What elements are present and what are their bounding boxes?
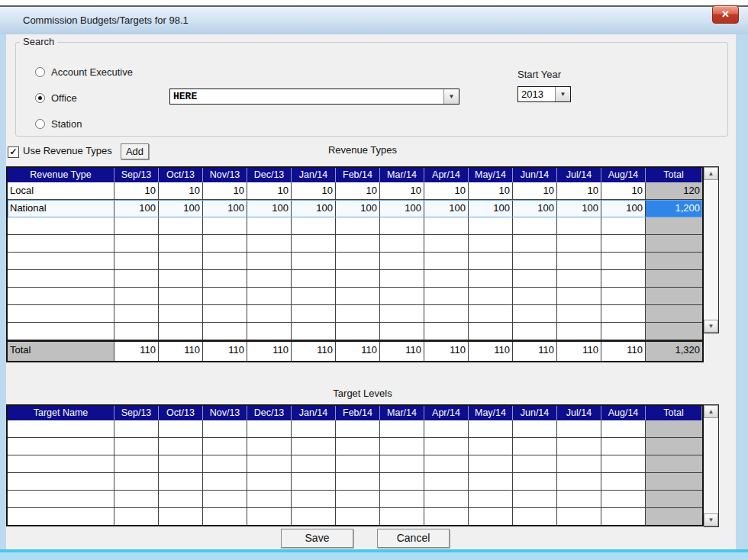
value-cell[interactable] bbox=[336, 270, 380, 287]
row-name-cell[interactable]: National bbox=[8, 200, 114, 217]
value-cell[interactable] bbox=[159, 420, 203, 437]
value-cell[interactable] bbox=[469, 323, 513, 340]
value-cell[interactable] bbox=[469, 270, 513, 287]
value-cell[interactable]: 10 bbox=[424, 182, 469, 199]
value-cell[interactable] bbox=[469, 253, 513, 269]
value-cell[interactable] bbox=[247, 455, 292, 472]
value-cell[interactable] bbox=[292, 438, 336, 455]
row-name-cell[interactable] bbox=[8, 491, 114, 507]
row-total-cell[interactable]: 1,200 bbox=[646, 200, 702, 217]
value-cell[interactable]: 10 bbox=[159, 182, 203, 199]
value-cell[interactable] bbox=[159, 253, 203, 269]
value-cell[interactable] bbox=[203, 235, 247, 252]
value-cell[interactable] bbox=[380, 438, 424, 455]
row-name-cell[interactable] bbox=[8, 270, 114, 287]
value-cell[interactable] bbox=[424, 508, 469, 525]
value-cell[interactable] bbox=[114, 288, 159, 304]
value-cell[interactable] bbox=[336, 473, 380, 490]
empty-row[interactable] bbox=[8, 253, 702, 270]
value-cell[interactable] bbox=[336, 508, 380, 525]
value-cell[interactable] bbox=[601, 235, 646, 252]
scroll-down-button[interactable]: ▼ bbox=[704, 320, 718, 333]
value-cell[interactable] bbox=[424, 473, 469, 490]
value-cell[interactable]: 10 bbox=[557, 182, 601, 199]
value-cell[interactable] bbox=[292, 473, 336, 490]
value-cell[interactable] bbox=[203, 217, 247, 234]
value-cell[interactable]: 100 bbox=[203, 200, 247, 217]
value-cell[interactable] bbox=[380, 420, 424, 437]
value-cell[interactable] bbox=[380, 491, 424, 507]
value-cell[interactable]: 10 bbox=[380, 182, 424, 199]
scroll-down-button[interactable]: ▼ bbox=[704, 513, 718, 526]
value-cell[interactable] bbox=[601, 473, 646, 490]
dropdown-button[interactable]: ▼ bbox=[555, 87, 570, 101]
value-cell[interactable] bbox=[203, 438, 247, 455]
value-cell[interactable]: 10 bbox=[513, 182, 557, 199]
value-cell[interactable]: 100 bbox=[513, 200, 557, 217]
radio-circle-icon[interactable] bbox=[35, 119, 45, 129]
save-button[interactable]: Save bbox=[281, 529, 353, 548]
table-row[interactable]: National10010010010010010010010010010010… bbox=[8, 200, 702, 217]
radio-circle-icon[interactable] bbox=[35, 67, 45, 77]
value-cell[interactable] bbox=[513, 288, 557, 304]
empty-row[interactable] bbox=[8, 288, 702, 305]
value-cell[interactable] bbox=[469, 235, 513, 252]
row-name-cell[interactable] bbox=[8, 438, 114, 455]
value-cell[interactable] bbox=[424, 217, 469, 234]
empty-row[interactable] bbox=[8, 455, 702, 473]
value-cell[interactable] bbox=[336, 235, 380, 252]
value-cell[interactable] bbox=[601, 438, 646, 455]
value-cell[interactable] bbox=[292, 455, 336, 472]
value-cell[interactable] bbox=[203, 455, 247, 472]
value-cell[interactable] bbox=[469, 473, 513, 490]
empty-row[interactable] bbox=[8, 438, 702, 455]
value-cell[interactable] bbox=[114, 235, 159, 252]
value-cell[interactable] bbox=[601, 288, 646, 304]
row-total-cell[interactable] bbox=[646, 217, 702, 234]
value-cell[interactable] bbox=[159, 305, 203, 322]
value-cell[interactable] bbox=[336, 305, 380, 322]
value-cell[interactable] bbox=[292, 217, 336, 234]
row-name-cell[interactable] bbox=[8, 455, 114, 472]
value-cell[interactable] bbox=[424, 270, 469, 287]
value-cell[interactable]: 100 bbox=[247, 200, 292, 217]
value-cell[interactable] bbox=[469, 420, 513, 437]
value-cell[interactable] bbox=[513, 305, 557, 322]
value-cell[interactable] bbox=[424, 288, 469, 304]
value-cell[interactable] bbox=[336, 288, 380, 304]
value-cell[interactable] bbox=[380, 473, 424, 490]
value-cell[interactable] bbox=[159, 235, 203, 252]
value-cell[interactable] bbox=[203, 305, 247, 322]
value-cell[interactable] bbox=[513, 253, 557, 269]
empty-row[interactable] bbox=[8, 305, 702, 323]
value-cell[interactable] bbox=[114, 420, 159, 437]
value-cell[interactable]: 10 bbox=[203, 182, 247, 199]
table-row[interactable]: Local101010101010101010101010120 bbox=[8, 182, 702, 200]
value-cell[interactable] bbox=[203, 508, 247, 525]
value-cell[interactable]: 100 bbox=[380, 200, 424, 217]
value-cell[interactable] bbox=[203, 473, 247, 490]
row-total-cell[interactable] bbox=[646, 455, 702, 472]
value-cell[interactable] bbox=[557, 323, 601, 340]
value-cell[interactable] bbox=[159, 438, 203, 455]
value-cell[interactable] bbox=[380, 455, 424, 472]
cancel-button[interactable]: Cancel bbox=[377, 529, 450, 548]
value-cell[interactable] bbox=[114, 323, 159, 340]
row-name-cell[interactable] bbox=[8, 253, 114, 269]
value-cell[interactable]: 100 bbox=[557, 200, 601, 217]
value-cell[interactable] bbox=[380, 217, 424, 234]
row-total-cell[interactable] bbox=[646, 253, 702, 269]
value-cell[interactable] bbox=[380, 288, 424, 304]
value-cell[interactable]: 100 bbox=[292, 200, 336, 217]
value-cell[interactable] bbox=[203, 253, 247, 269]
value-cell[interactable] bbox=[159, 455, 203, 472]
value-cell[interactable] bbox=[601, 491, 646, 507]
value-cell[interactable] bbox=[601, 323, 646, 340]
value-cell[interactable] bbox=[114, 305, 159, 322]
value-cell[interactable] bbox=[292, 305, 336, 322]
value-cell[interactable] bbox=[247, 288, 292, 304]
value-cell[interactable]: 100 bbox=[114, 200, 159, 217]
row-name-cell[interactable] bbox=[8, 235, 114, 252]
dropdown-button[interactable]: ▼ bbox=[443, 89, 459, 104]
value-cell[interactable] bbox=[601, 508, 646, 525]
